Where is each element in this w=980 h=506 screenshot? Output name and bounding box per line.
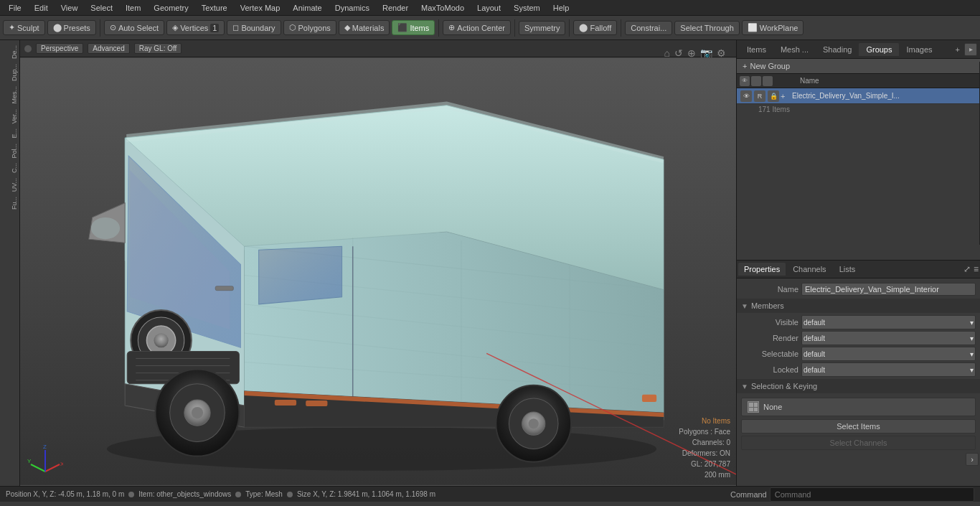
menu-texture[interactable]: Texture	[196, 2, 233, 14]
menu-geometry[interactable]: Geometry	[148, 2, 194, 14]
constraints-button[interactable]: Constrai...	[625, 21, 672, 35]
select-items-button[interactable]: Select Items	[741, 419, 976, 434]
header-eye-icon: 👁	[740, 76, 750, 86]
svg-point-38	[529, 418, 539, 428]
menu-maxtomodo[interactable]: MaxToModo	[415, 2, 470, 14]
status-dot-2	[235, 492, 241, 497]
group-row-1[interactable]: 👁 R 🔒 + Electric_Delivery_Van_Simple_I..…	[737, 88, 980, 104]
menu-dynamics[interactable]: Dynamics	[329, 2, 375, 14]
render-select[interactable]: default ▾	[801, 331, 976, 345]
sidebar-item-c[interactable]: C...	[1, 161, 19, 175]
locked-select[interactable]: default ▾	[801, 362, 976, 377]
workplane-button[interactable]: ⬜ WorkPlane	[742, 20, 804, 35]
name-label: Name	[741, 285, 798, 294]
right-top-tabs: Items Mesh ... Shading Groups Images + ▸	[737, 40, 980, 59]
action-center-button[interactable]: ⊕ Action Center	[443, 20, 511, 35]
boundary-button[interactable]: ◻ Boundary	[227, 20, 281, 35]
status-dot-1	[128, 492, 134, 497]
props-content: Name ▼ Members Visible default ▾ Render	[737, 278, 980, 486]
groups-header: 👁 Name	[737, 74, 980, 88]
group-eye-1[interactable]: 👁	[740, 90, 752, 102]
sidebar-item-pol[interactable]: Pol...	[1, 141, 19, 161]
props-tab-channels[interactable]: Channels	[787, 263, 831, 276]
sidebar-item-mes[interactable]: Mes...	[1, 84, 19, 106]
vertices-button[interactable]: ◈ Vertices 1	[166, 20, 225, 35]
select-channels-button[interactable]: Select Channels	[741, 436, 976, 450]
menu-render[interactable]: Render	[377, 2, 414, 14]
bottom-right-arrow[interactable]: ›	[966, 453, 979, 466]
visible-select[interactable]: default ▾	[801, 315, 976, 329]
left-sidebar: De... Dup... Mes... Ver... E... Pol... C…	[0, 40, 20, 486]
props-tab-lists[interactable]: Lists	[834, 263, 862, 276]
main-layout: De... Dup... Mes... Ver... E... Pol... C…	[0, 40, 980, 486]
menu-vertexmap[interactable]: Vertex Map	[235, 2, 286, 14]
polygons-button[interactable]: ⬡ Polygons	[283, 20, 336, 35]
viewport-toggle[interactable]	[24, 45, 32, 52]
sidebar-item-de[interactable]: De...	[1, 43, 19, 61]
size-info: 200 mm	[679, 469, 730, 480]
tab-groups[interactable]: Groups	[859, 43, 899, 56]
selectable-select[interactable]: default ▾	[801, 347, 976, 361]
sidebar-item-uv[interactable]: UV...	[1, 176, 19, 194]
menu-file[interactable]: File	[3, 2, 27, 14]
tab-add-button[interactable]: +	[951, 44, 964, 55]
menu-view[interactable]: View	[55, 2, 84, 14]
selection-keying-section[interactable]: ▼ Selection & Keying	[737, 379, 980, 393]
advanced-button[interactable]: Advanced	[88, 43, 129, 54]
sidebar-item-e[interactable]: E...	[1, 126, 19, 141]
new-group-button[interactable]: + New Group	[737, 59, 980, 74]
header-icon3	[763, 76, 773, 86]
polygons-icon: ⬡	[289, 23, 296, 32]
menu-select[interactable]: Select	[85, 2, 118, 14]
none-label: None	[763, 403, 782, 411]
tab-mesh[interactable]: Mesh ...	[773, 43, 816, 56]
menu-edit[interactable]: Edit	[29, 2, 54, 14]
prop-row-render: Render default ▾	[737, 330, 980, 346]
menu-layout[interactable]: Layout	[471, 2, 507, 14]
tab-shading[interactable]: Shading	[816, 43, 859, 56]
svg-line-47	[45, 464, 60, 472]
menu-animate[interactable]: Animate	[287, 2, 327, 14]
symmetry-button[interactable]: Symmetry	[519, 21, 566, 35]
sidebar-item-fu[interactable]: Fu...	[1, 195, 19, 212]
sidebar-item-dup[interactable]: Dup...	[1, 62, 19, 83]
props-options-icon[interactable]: ≡	[974, 264, 979, 274]
command-label: Command	[730, 490, 767, 499]
viewport-container: Perspective Advanced Ray GL: Off ⌂ ↺ ⊕ 📷…	[20, 40, 736, 486]
svg-text:X: X	[60, 461, 63, 467]
viewport-3d[interactable]: No Items Polygons : Face Channels: 0 Def…	[20, 57, 736, 486]
group-lock-1[interactable]: 🔒	[768, 90, 779, 102]
props-tab-properties[interactable]: Properties	[738, 263, 786, 276]
sel-keying-area: None Select Items Select Channels	[737, 395, 980, 455]
none-icon	[748, 401, 759, 413]
tab-images[interactable]: Images	[899, 43, 939, 56]
group-render-1[interactable]: R	[754, 90, 765, 102]
none-button[interactable]: None	[741, 398, 976, 416]
items-button[interactable]: ⬛ Items	[392, 20, 435, 35]
props-expand-icon[interactable]: ⤢	[963, 264, 971, 274]
svg-point-34	[192, 407, 203, 418]
svg-text:Z: Z	[43, 444, 47, 450]
command-input[interactable]	[770, 487, 974, 502]
falloff-button[interactable]: ⬤ Falloff	[573, 20, 617, 35]
perspective-button[interactable]: Perspective	[36, 43, 83, 54]
auto-select-button[interactable]: ⊙ Auto Select	[104, 20, 164, 35]
presets-button[interactable]: ⬤ Presets	[47, 20, 96, 35]
sculpt-button[interactable]: ✦ Sculpt	[3, 20, 45, 35]
menu-help[interactable]: Help	[547, 2, 575, 14]
raygl-button[interactable]: Ray GL: Off	[134, 43, 182, 54]
prop-row-name: Name	[737, 281, 980, 297]
members-section[interactable]: ▼ Members	[737, 299, 980, 313]
name-input[interactable]	[801, 283, 976, 296]
toolbar-sep-3	[514, 19, 515, 37]
group-name-1: Electric_Delivery_Van_Simple_I...	[789, 92, 979, 100]
toolbar-sep-2	[438, 19, 439, 37]
tab-items[interactable]: Items	[740, 43, 773, 56]
materials-button[interactable]: ◆ Materials	[339, 20, 390, 35]
menu-system[interactable]: System	[508, 2, 546, 14]
select-through-button[interactable]: Select Through	[674, 21, 739, 35]
menu-item[interactable]: Item	[120, 2, 146, 14]
right-expand-btn[interactable]: ▸	[964, 43, 977, 56]
sidebar-item-ver[interactable]: Ver...	[1, 107, 19, 126]
members-label: Members	[751, 301, 784, 310]
